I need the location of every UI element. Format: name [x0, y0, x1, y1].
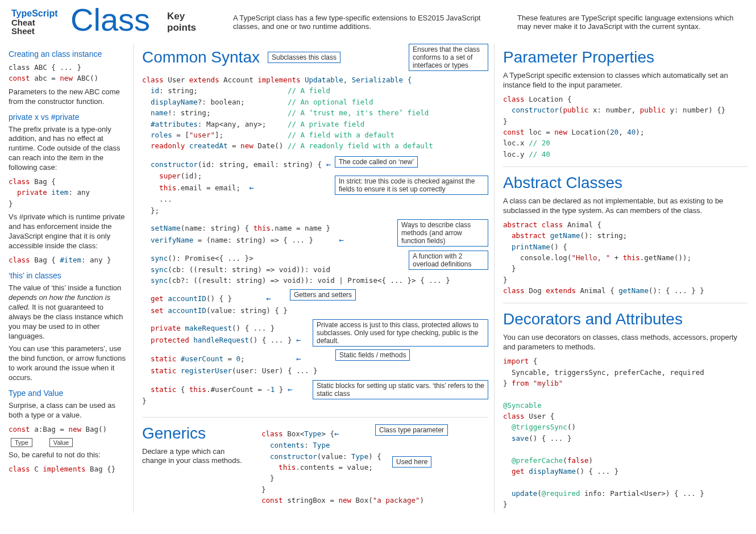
text-this-1: The value of ‘this’ inside a function de… — [9, 283, 127, 341]
callout-strict: In strict: true this code is checked aga… — [335, 176, 488, 195]
heading-private: private x vs #private — [9, 112, 127, 122]
code-common-syntax: class User extends Account implements Up… — [142, 74, 488, 152]
right-column: Parameter Properties A TypeScript specif… — [503, 44, 747, 513]
callout-conform: Ensures that the class conforms to a set… — [409, 44, 488, 71]
heading-typeval: Type and Value — [9, 389, 127, 398]
heading-param-props: Parameter Properties — [503, 48, 747, 66]
code-typeval-bad: class C implements Bag {} — [9, 464, 127, 474]
code-accessors: get accountID() { } ← set accountID(valu… — [142, 293, 290, 316]
text-this-2: You can use ‘this parameters’, use the b… — [9, 344, 127, 383]
code-abstract: abstract class Animal { abstract getName… — [503, 219, 747, 297]
code-constructor: constructor(id: string, email: string) {… — [142, 158, 335, 216]
callout-gs: Getters and setters — [290, 289, 356, 301]
heading-instance: Creating an class instance — [9, 49, 127, 59]
callout-methods: Ways to describe class methods (and arro… — [397, 219, 488, 247]
brand-line2: Cheat Sheet — [11, 18, 59, 35]
callout-static-block: Static blocks for setting up static vars… — [313, 380, 488, 399]
key-points-text: A TypeScript class has a few type-specif… — [233, 14, 500, 31]
page-title: Class — [70, 1, 150, 38]
code-bag-hash: class Bag { #item: any } — [9, 255, 127, 265]
heading-abstract: Abstract Classes — [503, 174, 747, 192]
header: TypeScript Cheat Sheet Class Key points … — [0, 0, 756, 38]
callout-ctor: The code called on ‘new’ — [335, 156, 418, 168]
left-column: Creating an class instance class ABC { .… — [9, 44, 134, 513]
text-abstract: A class can be declared as not implement… — [503, 197, 747, 216]
callout-overload: A function with 2 overload definitions — [409, 251, 488, 270]
text-param-props: A TypeScript specific extension to class… — [503, 71, 747, 90]
callout-classtype: Class type parameter — [375, 424, 448, 436]
brand-line1: TypeScript — [11, 9, 59, 18]
code-methods: setName(name: string) { this.name = name… — [142, 223, 397, 246]
code-static: static #userCount = 0; ← static register… — [142, 353, 335, 376]
text-typeval-2: So, be careful to not do this: — [9, 450, 127, 460]
logo: TypeScript Cheat Sheet — [11, 9, 59, 35]
text-private-1: The prefix private is a type-only additi… — [9, 125, 127, 173]
box-value: Value — [49, 438, 73, 447]
text-private-2: Vs #private which is runtime private and… — [9, 212, 127, 251]
text-params: Parameters to the new ABC come from the … — [9, 87, 127, 107]
key-points-label: Key points — [167, 11, 216, 34]
callout-usedhere: Used here — [392, 456, 431, 468]
callout-static: Static fields / methods — [335, 349, 410, 361]
heading-this: ‘this’ in classes — [9, 271, 127, 280]
code-decorators: import { Syncable, triggersSync, preferC… — [503, 356, 747, 510]
center-column: Common Syntax Subclasses this class Ensu… — [142, 44, 495, 513]
box-type: Type — [11, 438, 32, 447]
text-decorators: You can use decorators on classes, class… — [503, 333, 747, 352]
callout-access: Private access is just to this class, pr… — [313, 319, 488, 347]
callout-subclass: Subclasses this class — [268, 52, 340, 63]
code-static-block: static { this.#userCount = -1 } ← } — [142, 383, 313, 407]
code-typeval: const a:Bag = new Bag() — [9, 424, 127, 435]
heading-decorators: Decorators and Attributes — [503, 310, 747, 328]
text-typeval-1: Surprise, a class can be used as both a … — [9, 401, 127, 420]
code-param-props: class Location { constructor(public x: n… — [503, 94, 747, 160]
code-access-mods: private makeRequest() { ... } protected … — [142, 323, 313, 346]
code-generics: class Box<Type> {← contents: Type constr… — [261, 428, 488, 506]
text-generics: Declare a type which can change in your … — [142, 447, 250, 466]
code-bag-private: class Bag { private item: any } — [9, 176, 127, 209]
heading-common: Common Syntax — [142, 48, 260, 66]
heading-generics: Generics — [142, 424, 250, 443]
code-instance: class ABC { ... } const abc = new ABC() — [9, 62, 127, 84]
header-note: These features are TypeScript specific l… — [517, 14, 745, 31]
